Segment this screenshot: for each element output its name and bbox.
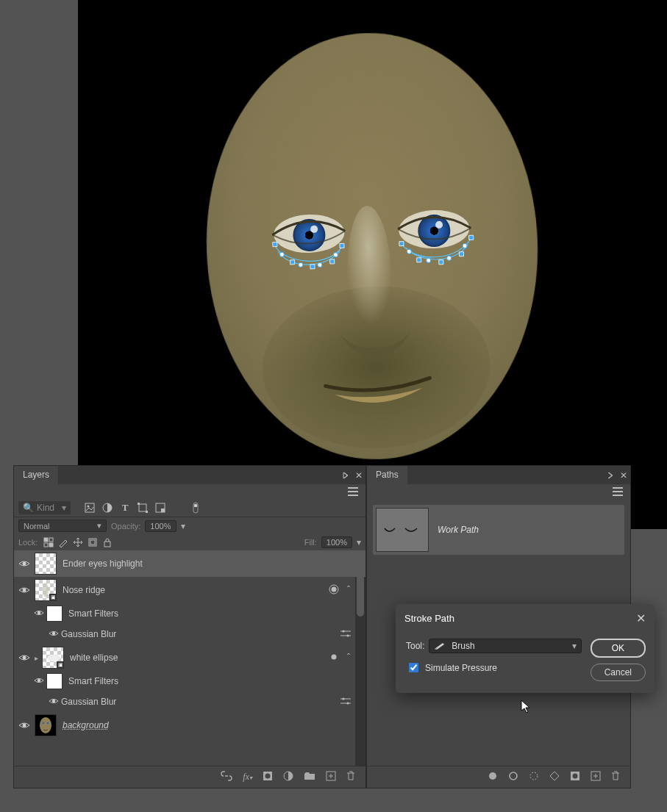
panel-menu-icon[interactable] (345, 487, 361, 496)
filter-type-icon[interactable]: T (119, 502, 131, 514)
fill-input[interactable]: 100% (321, 536, 352, 548)
add-mask-icon[interactable] (570, 771, 580, 783)
path-name[interactable]: Work Path (438, 525, 479, 535)
layer-mask-icon[interactable] (263, 771, 273, 783)
path-thumbnail[interactable] (376, 508, 429, 552)
layer-row[interactable]: ▣ Nose ridge ˆ (14, 577, 365, 603)
layer-thumbnail[interactable] (35, 714, 57, 736)
stroke-path-icon[interactable] (508, 771, 518, 783)
filter-adjustment-icon[interactable] (101, 502, 113, 514)
visibility-toggle-icon[interactable] (18, 652, 30, 664)
lock-all-icon[interactable] (102, 537, 113, 547)
dialog-close-icon[interactable]: ✕ (636, 611, 646, 625)
visibility-toggle-icon[interactable] (18, 558, 30, 570)
svg-rect-40 (44, 543, 48, 547)
filter-settings-icon[interactable] (340, 629, 354, 639)
filter-name[interactable]: Gaussian Blur (61, 629, 340, 639)
svg-rect-38 (44, 538, 48, 542)
layer-thumbnail[interactable]: ▣ (42, 647, 64, 669)
fill-path-icon[interactable] (488, 771, 498, 783)
filter-toggle-switch[interactable] (190, 502, 201, 514)
layer-filter-kind[interactable]: 🔍 Kind ▾ (18, 501, 71, 514)
path-item[interactable]: Work Path (373, 505, 624, 555)
layer-name[interactable]: Nose ridge (63, 585, 329, 595)
delete-icon[interactable] (346, 771, 355, 783)
visibility-toggle-icon[interactable] (18, 719, 30, 731)
layer-row[interactable]: Ender eyes highlight (14, 550, 365, 577)
filter-mask-icon[interactable] (329, 584, 339, 597)
svg-point-58 (343, 698, 345, 700)
filter-mask-thumbnail[interactable] (46, 606, 63, 622)
expand-toggle-icon[interactable]: ˆ (343, 653, 354, 663)
layers-tab[interactable]: Layers (14, 466, 58, 484)
simulate-pressure-checkbox[interactable] (409, 663, 418, 672)
lock-artboard-icon[interactable] (88, 537, 98, 547)
group-icon[interactable] (304, 772, 315, 783)
paths-tab[interactable]: Paths (367, 466, 407, 484)
make-work-path-icon[interactable] (549, 771, 560, 783)
panel-collapse-icon[interactable] (339, 466, 352, 484)
layer-name[interactable]: background (63, 720, 354, 730)
svg-rect-16 (417, 258, 421, 262)
filter-mask-icon[interactable] (329, 652, 339, 664)
visibility-toggle-icon[interactable] (48, 628, 60, 640)
delete-path-icon[interactable] (611, 771, 620, 783)
opacity-dropdown-icon[interactable]: ▾ (181, 521, 185, 531)
cancel-button[interactable]: Cancel (591, 664, 646, 681)
svg-rect-14 (340, 243, 344, 248)
filter-pixel-icon[interactable] (84, 502, 96, 514)
path-to-selection-icon[interactable] (529, 771, 539, 783)
tool-label: Tool: (406, 641, 424, 651)
filter-mask-thumbnail[interactable] (46, 673, 63, 689)
stroke-path-dialog: Stroke Path ✕ Tool: Brush ▾ Simulate Pre… (396, 604, 654, 693)
panel-close-icon[interactable]: ✕ (352, 466, 365, 484)
layer-link-indicator-icon[interactable]: ▸ (35, 654, 42, 662)
visibility-toggle-icon[interactable] (33, 675, 45, 687)
svg-point-48 (332, 586, 337, 592)
adjustment-layer-icon[interactable] (283, 771, 293, 783)
smart-filters-label: Smart Filters (68, 676, 354, 686)
filter-shape-icon[interactable] (137, 502, 149, 514)
smartobject-badge-icon: ▣ (49, 594, 57, 601)
link-layers-icon[interactable] (221, 771, 232, 783)
expand-toggle-icon[interactable]: ˆ (343, 585, 354, 595)
smart-filters-label: Smart Filters (68, 608, 354, 619)
fill-dropdown-icon[interactable]: ▾ (357, 537, 361, 547)
layer-name[interactable]: white ellipse (70, 653, 329, 663)
lock-transparent-icon[interactable] (43, 537, 54, 547)
smart-filters-row[interactable]: Smart Filters (14, 603, 365, 624)
filter-name[interactable]: Gaussian Blur (61, 697, 340, 707)
layer-thumbnail[interactable] (35, 553, 57, 575)
layer-thumbnail[interactable]: ▣ (35, 579, 57, 601)
layer-row[interactable]: background (14, 712, 365, 739)
blend-mode-select[interactable]: Normal▾ (18, 520, 107, 532)
search-icon: 🔍 (23, 503, 34, 513)
filter-row[interactable]: Gaussian Blur (14, 624, 365, 644)
layer-name[interactable]: Ender eyes highlight (63, 558, 354, 569)
filter-row[interactable]: Gaussian Blur (14, 691, 365, 712)
visibility-toggle-icon[interactable] (48, 696, 60, 708)
visibility-toggle-icon[interactable] (18, 584, 30, 596)
panel-collapse-icon[interactable] (604, 466, 617, 484)
tool-select[interactable]: Brush ▾ (429, 639, 581, 653)
svg-rect-18 (459, 252, 463, 256)
panel-close-icon[interactable]: ✕ (617, 466, 630, 484)
filter-smartobject-icon[interactable] (154, 502, 166, 514)
canvas[interactable] (78, 0, 667, 529)
opacity-input[interactable]: 100% (145, 520, 176, 532)
lock-position-icon[interactable] (73, 537, 83, 547)
svg-point-37 (194, 504, 198, 508)
ok-button[interactable]: OK (591, 639, 646, 658)
filter-settings-icon[interactable] (340, 697, 354, 707)
opacity-label: Opacity: (111, 522, 140, 531)
new-layer-icon[interactable] (326, 771, 336, 783)
new-path-icon[interactable] (591, 771, 601, 783)
layer-style-icon[interactable]: fx▾ (243, 772, 252, 783)
visibility-toggle-icon[interactable] (33, 608, 45, 619)
layer-row[interactable]: ▸ ▣ white ellipse ˆ (14, 644, 365, 671)
lock-brush-icon[interactable] (58, 537, 68, 547)
svg-point-61 (40, 717, 51, 733)
panel-menu-icon[interactable] (610, 487, 626, 496)
svg-point-72 (573, 774, 578, 779)
smart-filters-row[interactable]: Smart Filters (14, 671, 365, 691)
